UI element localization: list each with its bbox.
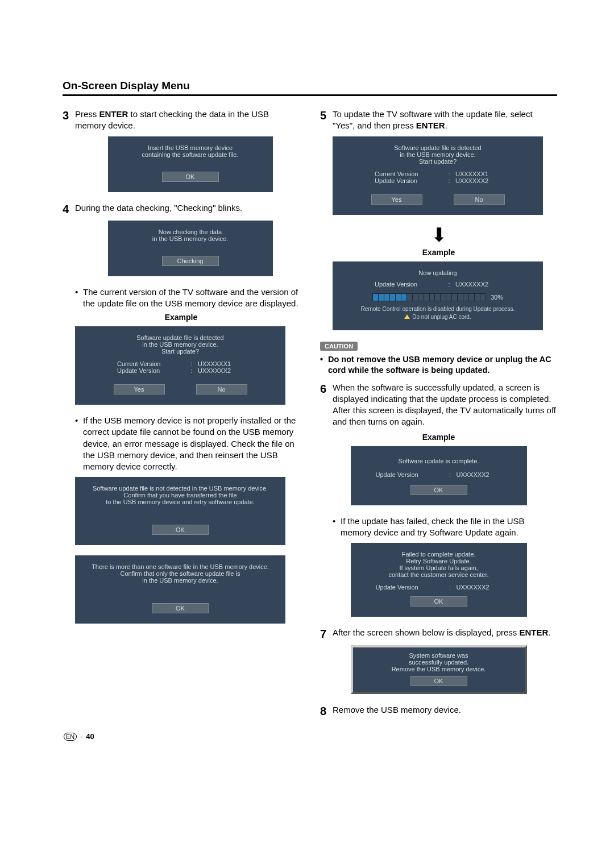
yes-button[interactable]: Yes <box>371 194 422 205</box>
progress-percent: 30% <box>491 294 503 301</box>
insert-usb-dialog: Insert the USB memory device containing … <box>108 136 273 192</box>
checking-indicator: Checking <box>162 256 219 266</box>
manual-page: On-Screen Display Menu 3 Press ENTER to … <box>0 0 614 757</box>
ok-button[interactable]: OK <box>410 676 467 686</box>
version-row: Update Version:UXXXXXX2 <box>356 584 521 591</box>
now-updating-dialog: Now updating Update Version:UXXXXXX2 30%… <box>333 261 543 330</box>
error-not-detected-dialog: Software update file is not detected in … <box>75 477 285 545</box>
dialog-text: Software update file is detected <box>81 334 280 341</box>
dialog-text: in the USB memory device. <box>338 151 537 158</box>
dialog-text: Software update is complete. <box>356 458 521 464</box>
page-number: 40 <box>86 732 94 741</box>
version-row: Update Version:UXXXXXX2 <box>81 367 280 374</box>
version-row: Current Version:UXXXXXX1 <box>81 360 280 367</box>
update-failed-dialog: Failed to complete update. Retry Softwar… <box>351 543 527 617</box>
right-column: 5 To update the TV software with the upd… <box>320 109 557 722</box>
caution-badge: CAUTION <box>320 342 358 351</box>
dialog-note: Remote Control operation is disabled dur… <box>338 306 537 312</box>
version-row: Update Version:UXXXXXX2 <box>356 471 521 478</box>
dialog-text: Start update? <box>338 158 537 165</box>
dialog-text: If system Update fails again, <box>356 564 521 571</box>
ok-button[interactable]: OK <box>152 603 209 613</box>
version-row: Current Version:UXXXXXX1 <box>338 171 537 177</box>
dialog-text: Confirm that you have transferred the fi… <box>81 492 280 499</box>
step-text: Press ENTER to start checking the data i… <box>75 109 300 132</box>
two-column-layout: 3 Press ENTER to start checking the data… <box>63 109 557 722</box>
dialog-text: There is more than one software file in … <box>81 563 280 570</box>
yes-button[interactable]: Yes <box>114 384 165 394</box>
dialog-note: Do not unplug AC cord. <box>338 314 537 320</box>
dialog-text: Start update? <box>81 348 280 355</box>
step-5: 5 To update the TV software with the upd… <box>320 109 557 132</box>
dialog-text: Retry Software Update. <box>356 558 521 564</box>
step-6: 6 When the software is successfully upda… <box>320 382 557 428</box>
bullet-note: • The current version of the TV software… <box>75 286 300 310</box>
dialog-text: contact the customer service center. <box>356 571 521 578</box>
success-dialog: System software was successfully updated… <box>351 645 527 694</box>
step-text: After the screen shown below is displaye… <box>333 627 551 641</box>
step-3: 3 Press ENTER to start checking the data… <box>63 109 300 132</box>
step-text: To update the TV software with the updat… <box>333 109 557 132</box>
dialog-text: Confirm that only the software update fi… <box>81 570 280 577</box>
checking-dialog: Now checking the data in the USB memory … <box>108 221 273 276</box>
step-number: 5 <box>320 109 333 132</box>
ok-button[interactable]: OK <box>410 596 467 607</box>
step-8: 8 Remove the USB memory device. <box>320 704 557 718</box>
step-number: 6 <box>320 382 333 428</box>
no-button[interactable]: No <box>196 384 247 394</box>
step-text: During the data checking, "Checking" bli… <box>75 202 242 216</box>
dialog-text: System software was <box>359 652 519 659</box>
step-number: 4 <box>63 202 75 216</box>
left-column: 3 Press ENTER to start checking the data… <box>63 109 300 722</box>
warning-icon <box>404 314 410 319</box>
dialog-text: in the USB memory device. <box>81 577 280 584</box>
ok-button[interactable]: OK <box>152 525 209 535</box>
progress-bar: 30% <box>338 293 537 301</box>
example-label: Example <box>63 313 300 322</box>
dialog-text: containing the software update file. <box>114 151 267 158</box>
step-text: Remove the USB memory device. <box>333 704 461 718</box>
dialog-text: in the USB memory device. <box>81 341 280 348</box>
step-4: 4 During the data checking, "Checking" b… <box>63 202 300 216</box>
dialog-text: in the USB memory device. <box>114 235 267 242</box>
page-footer: EN- 40 <box>64 732 94 741</box>
dialog-text: Insert the USB memory device <box>114 144 267 151</box>
dialog-text: Failed to complete update. <box>356 551 521 558</box>
error-multiple-files-dialog: There is more than one software file in … <box>75 555 285 624</box>
step-text: When the software is successfully update… <box>333 382 557 428</box>
no-button[interactable]: No <box>454 194 505 205</box>
step-7: 7 After the screen shown below is displa… <box>320 627 557 641</box>
dialog-text: Software update file is not detected in … <box>81 485 280 492</box>
example-label: Example <box>320 248 557 257</box>
caution-text: • Do not remove the USB memory device or… <box>320 354 557 376</box>
dialog-text: Software update file is detected <box>338 144 537 151</box>
bullet-note: • If the update has failed, check the fi… <box>333 516 557 539</box>
dialog-text: Now checking the data <box>114 229 267 235</box>
section-title: On-Screen Display Menu <box>63 80 557 92</box>
version-row: Update Version:UXXXXXX2 <box>338 281 537 288</box>
step-number: 3 <box>63 109 75 132</box>
update-detected-dialog: Software update file is detected in the … <box>75 326 285 405</box>
version-row: Update Version:UXXXXXX2 <box>338 177 537 184</box>
dialog-text: successfully updated. <box>359 659 519 666</box>
dialog-text: Remove the USB memory device. <box>359 666 519 672</box>
arrow-down-icon: ⬇ <box>320 225 557 244</box>
dialog-text: Now updating <box>338 269 537 276</box>
step-number: 7 <box>320 627 333 641</box>
bullet-note: • If the USB memory device is not proper… <box>75 415 300 472</box>
update-complete-dialog: Software update is complete. Update Vers… <box>351 446 527 505</box>
update-detected-dialog: Software update file is detected in the … <box>333 136 543 215</box>
language-badge: EN <box>64 733 77 741</box>
divider <box>63 94 557 96</box>
ok-button[interactable]: OK <box>162 172 219 182</box>
example-label: Example <box>320 433 557 442</box>
dialog-text: to the USB memory device and retry softw… <box>81 499 280 505</box>
ok-button[interactable]: OK <box>410 485 467 495</box>
step-number: 8 <box>320 704 333 718</box>
